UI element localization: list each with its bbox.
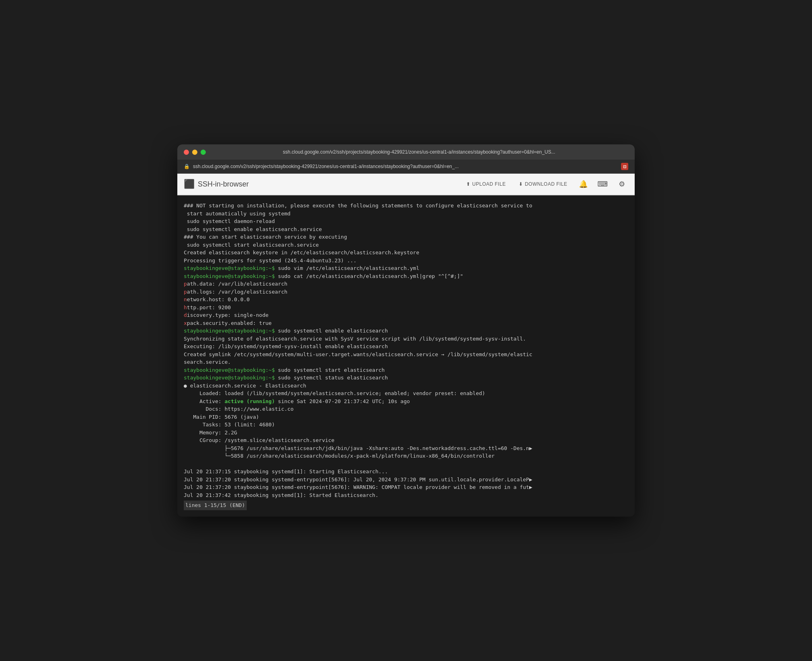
upload-icon: ⬆ (466, 181, 471, 187)
url-text[interactable]: ssh.cloud.google.com/v2/ssh/projects/sta… (193, 164, 618, 169)
traffic-lights (184, 150, 206, 155)
browser-window: ssh.cloud.google.com/v2/ssh/projects/sta… (177, 144, 635, 517)
cast-icon[interactable]: ⊡ (621, 163, 628, 170)
download-label: DOWNLOAD FILE (525, 181, 567, 187)
minimize-button[interactable] (192, 150, 197, 155)
notifications-button[interactable]: 🔔 (577, 178, 590, 191)
window-title: ssh.cloud.google.com/v2/ssh/projects/sta… (210, 149, 628, 155)
chip-icon: ⬛ (184, 179, 195, 189)
settings-button[interactable]: ⚙ (615, 178, 628, 191)
download-file-button[interactable]: ⬇ DOWNLOAD FILE (516, 180, 570, 189)
upload-file-button[interactable]: ⬆ UPLOAD FILE (463, 180, 509, 189)
lock-icon: 🔒 (184, 164, 190, 169)
terminal-output: ### NOT starting on installation, please… (184, 202, 628, 510)
keyboard-button[interactable]: ⌨ (596, 178, 609, 191)
maximize-button[interactable] (201, 150, 206, 155)
download-icon: ⬇ (519, 181, 523, 187)
close-button[interactable] (184, 150, 189, 155)
terminal[interactable]: ### NOT starting on installation, please… (177, 195, 635, 517)
upload-label: UPLOAD FILE (472, 181, 506, 187)
ssh-toolbar: ⬛ SSH-in-browser ⬆ UPLOAD FILE ⬇ DOWNLOA… (177, 174, 635, 195)
url-bar: 🔒 ssh.cloud.google.com/v2/ssh/projects/s… (177, 160, 635, 174)
ssh-title: SSH-in-browser (198, 180, 249, 189)
ssh-logo: ⬛ SSH-in-browser (184, 179, 249, 189)
status-bar: lines 1-15/15 (END) (184, 501, 247, 510)
title-bar: ssh.cloud.google.com/v2/ssh/projects/sta… (177, 144, 635, 160)
